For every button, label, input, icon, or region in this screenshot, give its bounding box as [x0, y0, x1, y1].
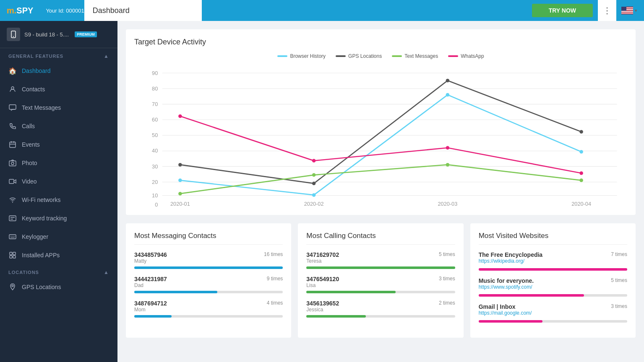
device-icon [7, 28, 20, 41]
sidebar-label-keylogger: Keylogger [22, 233, 48, 240]
svg-point-54 [312, 159, 316, 163]
svg-text:60: 60 [152, 116, 158, 123]
sidebar-item-dashboard[interactable]: 🏠 Dashboard [0, 62, 117, 80]
sidebar-item-text-messages[interactable]: Text Messages [0, 98, 117, 117]
svg-text:2020-02: 2020-02 [304, 201, 324, 207]
flag-icon[interactable]: ▾ [621, 7, 637, 14]
svg-text:2020-04: 2020-04 [571, 201, 591, 207]
svg-point-51 [446, 93, 450, 97]
svg-rect-17 [10, 252, 12, 255]
calls-icon [8, 122, 17, 130]
contact-name: Matty [134, 258, 167, 264]
user-id: Your Id: 000001 [46, 8, 84, 14]
premium-badge: PREMIUM [75, 31, 97, 37]
website-url[interactable]: https://mail.google.com/ [479, 310, 532, 316]
home-icon: 🏠 [8, 67, 17, 75]
svg-rect-4 [621, 13, 633, 13]
sidebar-item-contacts[interactable]: Contacts [0, 80, 117, 98]
sidebar-label-events: Events [22, 141, 40, 148]
legend-browser-color [277, 55, 287, 57]
svg-rect-9 [9, 105, 16, 109]
sidebar-label-contacts: Contacts [22, 86, 45, 93]
svg-text:2020-03: 2020-03 [438, 201, 457, 207]
svg-rect-13 [9, 179, 14, 184]
svg-point-48 [579, 130, 583, 134]
contacts-icon [8, 85, 17, 93]
sidebar-item-photo[interactable]: Photo [0, 154, 117, 172]
more-menu-button[interactable]: ⋮ [598, 0, 616, 21]
svg-text:70: 70 [152, 101, 158, 107]
contact-times: 16 times [264, 251, 283, 257]
svg-rect-3 [621, 11, 633, 12]
try-now-button[interactable]: TRY NOW [532, 4, 593, 17]
sidebar-item-wifi[interactable]: Wi-Fi networks [0, 191, 117, 209]
us-flag-icon [621, 7, 633, 14]
general-features-header: GENERAL FEATURES ▲ [0, 48, 117, 62]
calling-contact-2: 3476549120 Lisa 3 times [306, 276, 455, 293]
website-times: 3 times [611, 303, 627, 309]
svg-point-60 [579, 178, 583, 182]
legend-gps-color [336, 55, 346, 57]
sidebar-item-apps[interactable]: Installed APPs [0, 246, 117, 264]
legend-gps: GPS Locations [336, 53, 382, 59]
contact-name: Mom [134, 307, 167, 313]
website-url[interactable]: https://www.spotify.com/ [479, 284, 534, 290]
sidebar-item-gps[interactable]: GPS Locations [0, 278, 117, 296]
messaging-card-title: Most Messaging Contacts [134, 232, 283, 245]
sidebar-label-dashboard: Dashboard [22, 67, 51, 74]
svg-point-55 [446, 146, 450, 150]
calling-card-title: Most Calling Contacts [306, 232, 455, 245]
chevron-up-icon: ▲ [104, 53, 109, 59]
sidebar-item-calls[interactable]: Calls [0, 117, 117, 135]
website-name: Music for everyone. [479, 277, 534, 284]
website-times: 7 times [611, 251, 627, 257]
svg-rect-20 [13, 256, 16, 258]
device-selector[interactable]: S9 - build 18 - 5.... PREMIUM [0, 21, 117, 48]
website-name: Gmail | Inbox [479, 303, 532, 310]
contact-name: Jessica [306, 307, 339, 313]
contact-name: Lisa [306, 282, 339, 288]
svg-point-14 [12, 202, 13, 203]
svg-rect-5 [621, 7, 626, 11]
contact-number: 3444231987 [134, 276, 167, 282]
contact-times: 9 times [267, 276, 283, 282]
sidebar-item-keyword[interactable]: Keyword tracking [0, 209, 117, 228]
svg-point-7 [13, 36, 14, 37]
svg-text:80: 80 [152, 85, 158, 92]
flag-chevron: ▾ [635, 8, 637, 13]
contact-number: 3471629702 [306, 251, 339, 258]
legend-gps-label: GPS Locations [348, 53, 382, 59]
svg-point-53 [178, 114, 182, 118]
sidebar-item-events[interactable]: Events [0, 135, 117, 154]
svg-point-59 [446, 163, 450, 167]
contact-name: Dad [134, 282, 167, 288]
apps-icon [8, 251, 17, 259]
website-url[interactable]: https://wikipedia.org/ [479, 258, 543, 264]
messaging-contacts-card: Most Messaging Contacts 3434857946 Matty… [126, 223, 291, 338]
svg-point-49 [178, 178, 182, 182]
sidebar-item-keylogger[interactable]: Keylogger [0, 228, 117, 246]
chart-area: 90 80 70 60 50 40 30 20 10 0 2020-01 202… [134, 64, 627, 207]
page-title: Dashboard [84, 0, 202, 21]
websites-card-title: Most Visited Websites [479, 232, 627, 245]
svg-point-8 [11, 87, 14, 89]
svg-text:40: 40 [152, 147, 158, 154]
gps-icon [8, 283, 17, 291]
svg-point-47 [446, 79, 450, 83]
svg-point-21 [12, 285, 13, 287]
website-item-3: Gmail | Inbox https://mail.google.com/ 3… [479, 303, 627, 323]
legend-browser: Browser History [277, 53, 326, 59]
website-item-2: Music for everyone. https://www.spotify.… [479, 277, 627, 297]
svg-point-52 [579, 150, 583, 154]
svg-rect-15 [9, 216, 16, 221]
svg-point-45 [178, 163, 182, 167]
contact-times: 5 times [439, 251, 455, 257]
svg-point-50 [312, 193, 316, 197]
svg-rect-16 [9, 235, 16, 239]
line-chart-svg: 90 80 70 60 50 40 30 20 10 0 2020-01 202… [134, 64, 627, 207]
svg-text:0: 0 [155, 202, 158, 207]
sidebar-item-video[interactable]: Video [0, 172, 117, 191]
photo-icon [8, 159, 17, 167]
sidebar-label-photo: Photo [22, 160, 37, 166]
contact-times: 2 times [439, 300, 455, 306]
